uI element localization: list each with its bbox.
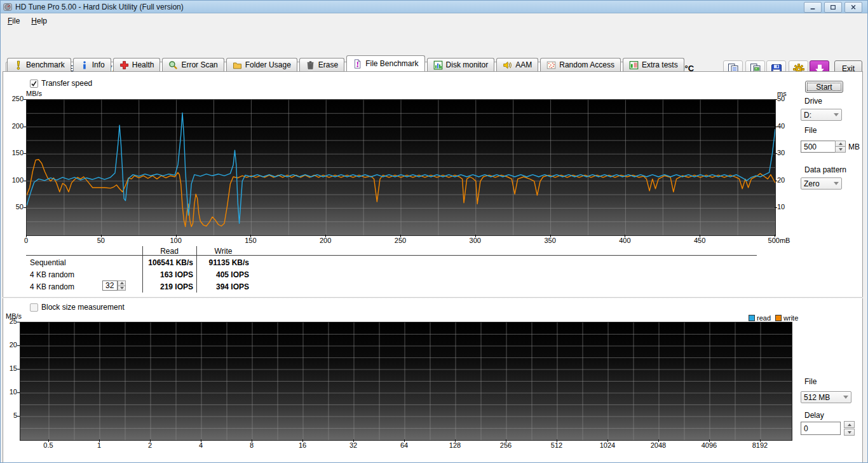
delay-input[interactable]: 0 <box>801 422 841 435</box>
file-size-label: File <box>804 126 817 135</box>
chart2-x-tickmark <box>404 439 405 442</box>
transfer-speed-label: Transfer speed <box>41 79 92 88</box>
result-write-value: 91135 KB/s <box>170 258 249 267</box>
chart1-yright-tickmark <box>775 181 777 181</box>
chart1-yleft-tick: 50 <box>4 203 24 211</box>
chart1-x-tick: 450 <box>681 237 719 244</box>
chart2-yleft-tick: 10 <box>1 388 17 396</box>
chart2-x-tickmark <box>557 439 557 442</box>
maximize-icon <box>830 4 836 10</box>
error-scan-icon <box>168 60 178 70</box>
chart2-yleft-tick: 15 <box>1 364 17 372</box>
chart1-x-tick: 250 <box>381 237 419 244</box>
tab-benchmark[interactable]: Benchmark <box>7 58 71 71</box>
file-size-stepper[interactable] <box>835 141 846 153</box>
file-size-input[interactable]: 500 <box>801 141 836 153</box>
spin-down-icon[interactable] <box>835 147 846 153</box>
section-divider <box>3 297 863 298</box>
tab-error-scan[interactable]: Error Scan <box>162 58 224 71</box>
tab-folder-usage[interactable]: Folder Usage <box>226 58 297 71</box>
start-button[interactable]: Start <box>805 81 843 93</box>
minimize-button[interactable] <box>804 2 822 13</box>
window-title: HD Tune Pro 5.00 - Hard Disk Utility (Fu… <box>15 3 184 11</box>
chart2-yleft-tickmark <box>17 322 20 322</box>
chart1-x-tickmark <box>325 235 326 237</box>
chart2-x-tick: 64 <box>379 441 430 449</box>
window: HD Tune Pro 5.00 - Hard Disk Utility (Fu… <box>0 0 868 463</box>
tab-disk-monitor[interactable]: Disk monitor <box>427 58 495 71</box>
chart1-yleft-tick: 150 <box>4 149 24 156</box>
menu-item-help[interactable]: Help <box>25 15 53 27</box>
chart2-x-tickmark <box>607 439 608 442</box>
maximize-button[interactable] <box>824 2 842 13</box>
erase-icon <box>306 60 315 70</box>
chart1-yright-tickmark <box>775 127 777 127</box>
delay-step-up[interactable] <box>844 421 855 428</box>
chart2-x-tickmark <box>760 439 761 442</box>
chart1-yright-tickmark <box>775 207 777 208</box>
tab-aam[interactable]: AAM <box>496 58 538 71</box>
chart2-x-tickmark <box>150 439 151 442</box>
tab-extra-tests[interactable]: Extra tests <box>623 58 684 71</box>
data-pattern-select[interactable]: Zero <box>801 177 842 190</box>
chart1-x-tick: 50 <box>82 237 120 244</box>
chart2-x-tick: 128 <box>430 441 480 449</box>
chart1-x-last-tick: 500mB <box>760 237 798 244</box>
tab-info[interactable]: Info <box>73 58 111 71</box>
chart2-x-tick: 256 <box>480 441 531 449</box>
tab-label: Random Access <box>559 60 614 69</box>
chart1-yright-tick: 50 <box>777 95 794 102</box>
tab-label: Folder Usage <box>245 60 291 69</box>
menu-item-file[interactable]: File <box>2 15 25 27</box>
tab-file-benchmark[interactable]: File Benchmark <box>346 55 424 71</box>
chart2-x-tick: 4096 <box>684 441 735 449</box>
tab-erase[interactable]: Erase <box>299 58 344 71</box>
chart2-yleft-tick: 25 <box>1 317 17 325</box>
chart1-x-tick: 0 <box>7 237 45 244</box>
block-size-checkbox[interactable] <box>30 303 38 312</box>
chart1-x-tick: 300 <box>456 237 494 244</box>
chart2-x-tick: 1 <box>74 441 125 449</box>
chevron-down-icon <box>834 182 839 185</box>
tab-health[interactable]: Health <box>113 58 161 71</box>
chart1-yright-tick: 10 <box>777 203 794 211</box>
chart2-x-tick: 512 <box>531 441 582 449</box>
chart2-x-tickmark <box>658 439 659 442</box>
delay-step-down[interactable] <box>844 429 855 436</box>
chart1-x-tickmark <box>176 235 177 237</box>
chart2-x-tickmark <box>709 439 710 442</box>
chart1-x-tick: 150 <box>231 237 269 244</box>
chart1-yleft-tick: 200 <box>4 122 24 130</box>
chart1-x-tickmark <box>775 235 775 237</box>
drive-label: Drive <box>804 97 822 106</box>
menu-bar: FileHelp <box>1 13 868 29</box>
chart1-yright-tick: 30 <box>777 149 794 156</box>
results-col-write: Write <box>196 247 250 256</box>
tab-label: Disk monitor <box>446 60 489 69</box>
chart2-x-tick: 8192 <box>735 441 785 449</box>
result-write-value: 405 IOPS <box>170 270 249 279</box>
tab-random-access[interactable]: Random Access <box>540 58 621 71</box>
tab-label: File Benchmark <box>365 59 418 68</box>
chart2-x-tickmark <box>302 439 303 442</box>
random-access-icon <box>546 60 556 70</box>
toolbar: WDC WD1002FAEX-00Z3A0 (1000 gB) 39°C Exi… <box>1 29 868 56</box>
close-button[interactable] <box>844 2 862 13</box>
spin-up-icon[interactable] <box>844 421 855 428</box>
chart1-x-tick: 100 <box>157 237 195 244</box>
transfer-speed-checkbox[interactable] <box>30 79 38 88</box>
spin-up-icon[interactable] <box>835 141 846 147</box>
legend-read-swatch <box>749 315 755 321</box>
block-file-select[interactable]: 512 MB <box>801 391 851 403</box>
spin-down-icon[interactable] <box>844 429 855 436</box>
chart1-x-tickmark <box>26 235 27 237</box>
health-icon <box>119 60 129 70</box>
drive-letter-select[interactable]: D: <box>801 109 842 121</box>
tab-label: Health <box>132 60 154 69</box>
chart1-x-tickmark <box>550 235 551 237</box>
chart2-yleft-tick: 5 <box>1 411 17 419</box>
close-icon <box>850 4 857 10</box>
file-size-unit: MB <box>848 142 860 151</box>
chart2-x-tick: 8 <box>226 441 277 449</box>
chart1-yright-tickmark <box>775 99 777 100</box>
